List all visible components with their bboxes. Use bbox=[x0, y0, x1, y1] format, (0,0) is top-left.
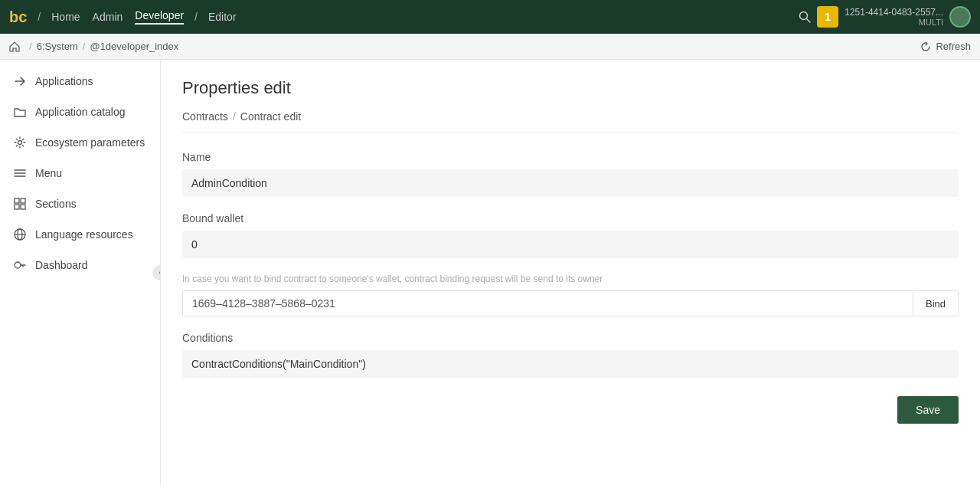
name-input[interactable] bbox=[182, 169, 959, 197]
refresh-label: Refresh bbox=[936, 41, 971, 52]
sidebar: Applications Application catalog Ecosyst… bbox=[0, 60, 161, 485]
navbar: bc / Home Admin Developer / Editor 1 125… bbox=[0, 0, 980, 34]
conditions-label: Conditions bbox=[182, 332, 959, 344]
svg-rect-6 bbox=[15, 198, 19, 203]
sidebar-item-menu[interactable]: Menu bbox=[0, 158, 160, 188]
breadcrumb-sep: / bbox=[233, 110, 236, 123]
nav-sep-2: / bbox=[194, 11, 198, 23]
sidebar-item-label: Language resources bbox=[35, 228, 133, 241]
sidebar-item-label: Dashboard bbox=[35, 259, 88, 271]
svg-point-13 bbox=[15, 262, 21, 268]
nav-home[interactable]: Home bbox=[51, 11, 80, 23]
sidebar-item-label: Application catalog bbox=[35, 106, 126, 118]
bind-button[interactable]: Bind bbox=[913, 292, 958, 316]
bound-wallet-input[interactable] bbox=[182, 231, 959, 258]
refresh-button[interactable]: Refresh bbox=[920, 41, 971, 52]
account-multi: MULTI bbox=[919, 18, 943, 27]
sidebar-item-applications[interactable]: Applications bbox=[0, 66, 160, 97]
avatar[interactable] bbox=[949, 6, 971, 28]
search-button[interactable] bbox=[799, 11, 811, 23]
sidebar-item-sections[interactable]: Sections bbox=[0, 188, 160, 219]
notification-badge[interactable]: 1 bbox=[817, 6, 838, 28]
svg-rect-9 bbox=[21, 205, 25, 209]
save-row: Save bbox=[182, 396, 959, 439]
nav-developer[interactable]: Developer bbox=[135, 9, 184, 25]
svg-line-1 bbox=[807, 19, 811, 23]
bound-wallet-label: Bound wallet bbox=[182, 212, 959, 224]
breadcrumb-sep-2: / bbox=[83, 41, 86, 52]
svg-rect-7 bbox=[21, 198, 25, 203]
sidebar-item-label: Sections bbox=[35, 198, 77, 210]
nav-admin[interactable]: Admin bbox=[93, 11, 123, 23]
sidebar-item-catalog[interactable]: Application catalog bbox=[0, 97, 160, 127]
content-breadcrumb: Contracts / Contract edit bbox=[182, 110, 959, 133]
sections-icon bbox=[12, 196, 28, 211]
bind-help-text: In case you want to bind contract to som… bbox=[182, 274, 959, 284]
menu-icon bbox=[12, 165, 28, 181]
breadcrumb-bar: / 6:System / @1developer_index Refresh bbox=[0, 34, 980, 60]
conditions-input[interactable] bbox=[182, 350, 959, 378]
content-area: Properties edit Contracts / Contract edi… bbox=[161, 60, 980, 485]
nav-sep-1: / bbox=[38, 11, 41, 23]
breadcrumb-page: @1developer_index bbox=[90, 41, 178, 52]
refresh-icon bbox=[920, 41, 931, 52]
name-label: Name bbox=[182, 151, 959, 163]
sidebar-item-ecosystem[interactable]: Ecosystem parameters bbox=[0, 127, 160, 158]
bind-row: Bind bbox=[182, 290, 959, 316]
page-title: Properties edit bbox=[182, 78, 959, 98]
home-icon[interactable] bbox=[9, 41, 20, 52]
breadcrumb-sep-1: / bbox=[29, 41, 32, 52]
save-button[interactable]: Save bbox=[897, 396, 959, 424]
search-icon bbox=[799, 11, 811, 23]
navbar-right: 1 1251-4414-0483-2557... MULTI bbox=[799, 6, 971, 28]
sidebar-item-dashboard[interactable]: Dashboard bbox=[0, 250, 160, 280]
sidebar-item-label: Applications bbox=[35, 75, 93, 87]
conditions-section: Conditions bbox=[182, 332, 959, 378]
breadcrumb-contracts[interactable]: Contracts bbox=[182, 110, 228, 123]
logo: bc bbox=[9, 8, 27, 26]
key-icon bbox=[12, 257, 28, 273]
folder-icon bbox=[12, 104, 28, 120]
sidebar-item-label: Ecosystem parameters bbox=[35, 136, 145, 149]
breadcrumb-system[interactable]: 6:System bbox=[37, 41, 78, 52]
globe-icon bbox=[12, 227, 28, 242]
arrow-icon bbox=[12, 74, 28, 89]
account-id: 1251-4414-0483-2557... bbox=[844, 7, 943, 18]
svg-point-2 bbox=[18, 141, 22, 145]
bound-wallet-section: Bound wallet bbox=[182, 212, 959, 258]
nav-editor[interactable]: Editor bbox=[208, 11, 237, 23]
sidebar-item-language[interactable]: Language resources bbox=[0, 219, 160, 250]
svg-rect-8 bbox=[15, 205, 19, 209]
gear-icon bbox=[12, 135, 28, 150]
account-info: 1251-4414-0483-2557... MULTI bbox=[844, 7, 943, 27]
sidebar-item-label: Menu bbox=[35, 167, 62, 179]
breadcrumb-contract-edit: Contract edit bbox=[240, 110, 301, 123]
name-section: Name bbox=[182, 151, 959, 197]
bind-wallet-input[interactable] bbox=[183, 291, 913, 316]
main-layout: Applications Application catalog Ecosyst… bbox=[0, 60, 980, 485]
